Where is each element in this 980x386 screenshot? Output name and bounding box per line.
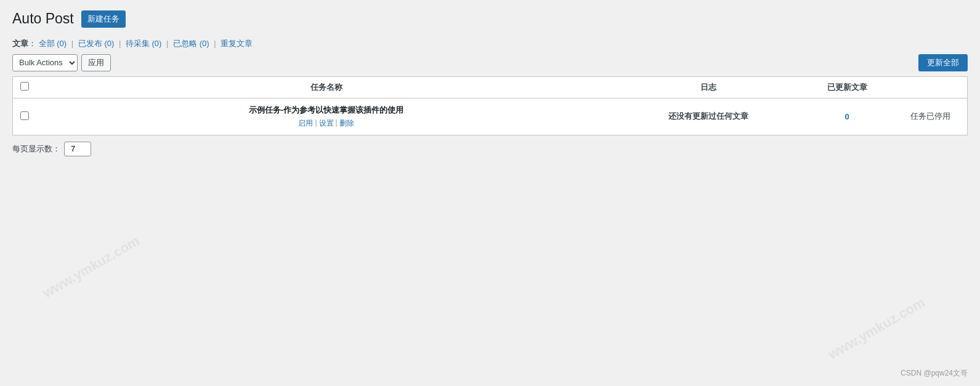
task-delete-link[interactable]: 删除 [339,118,354,129]
task-settings-link[interactable]: 设置 [319,118,334,129]
task-status-cell: 任务已停用 [893,98,967,135]
per-page-bar: 每页显示数： [12,142,968,156]
updated-count: 0 [844,112,849,121]
col-header-name: 任务名称 [36,77,616,99]
filter-published[interactable]: 已发布 (0) [78,39,115,48]
task-log-cell: 还没有更新过任何文章 [616,98,801,135]
csdn-credit: CSDN @pqw24文哥 [901,368,968,379]
table-row: 示例任务-作为参考以快速掌握该插件的使用 启用 | 设置 | 删除 还没有更新过… [13,98,967,135]
apply-button[interactable]: 应用 [81,54,111,71]
task-actions: 启用 | 设置 | 删除 [44,118,609,129]
task-enable-link[interactable]: 启用 [298,118,313,129]
col-header-checkbox [13,77,36,99]
tasks-table-wrapper: 任务名称 日志 已更新文章 示例任务-作为参考以快速掌握该插件的使用 启用 [12,76,968,135]
task-name-cell: 示例任务-作为参考以快速掌握该插件的使用 启用 | 设置 | 删除 [36,98,616,135]
filter-ignored[interactable]: 已忽略 (0) [173,39,209,48]
page-title: Auto Post [12,10,74,28]
per-page-input[interactable] [64,142,91,156]
row-checkbox-cell [13,98,36,135]
col-header-status [893,77,967,99]
filter-pending[interactable]: 待采集 (0) [126,39,162,48]
select-all-checkbox[interactable] [20,82,29,90]
new-task-button[interactable]: 新建任务 [81,10,126,28]
row-checkbox[interactable] [20,111,29,120]
task-updated-cell: 0 [801,98,893,135]
task-name: 示例任务-作为参考以快速掌握该插件的使用 [44,105,609,116]
per-page-label: 每页显示数： [12,143,60,155]
filter-all[interactable]: 全部 (0) [39,39,67,48]
bulk-actions-bar: Bulk Actions 删除 应用 更新全部 [12,54,968,71]
filter-duplicate[interactable]: 重复文章 [221,39,253,48]
filter-label: 文章 [12,39,28,48]
col-header-log: 日志 [616,77,801,99]
col-header-updated: 已更新文章 [801,77,893,99]
bulk-actions-select[interactable]: Bulk Actions 删除 [12,54,78,71]
tasks-table: 任务名称 日志 已更新文章 示例任务-作为参考以快速掌握该插件的使用 启用 [13,77,967,135]
update-all-button[interactable]: 更新全部 [918,54,968,71]
filter-bar: 文章： 全部 (0) | 已发布 (0) | 待采集 (0) | 已忽略 (0)… [12,38,968,49]
